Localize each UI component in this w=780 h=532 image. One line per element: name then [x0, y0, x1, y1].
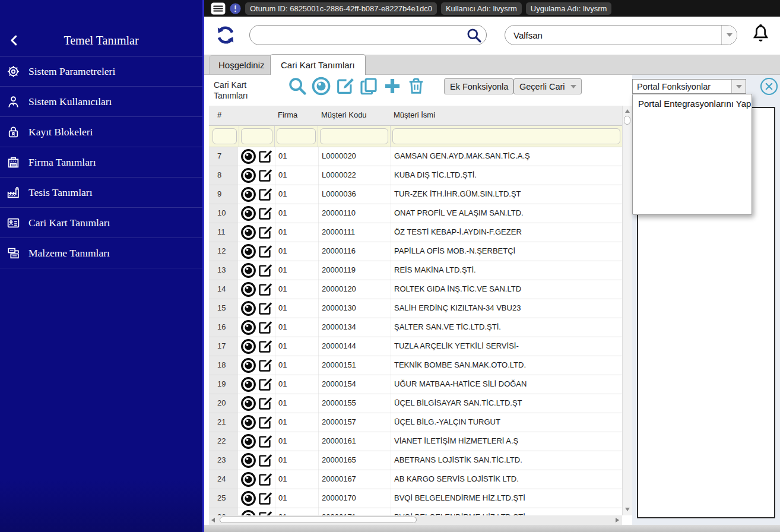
sidebar-item-tesis-tanimlari[interactable]: Tesis Tanımları	[0, 178, 202, 208]
record-icon[interactable]	[240, 300, 256, 316]
close-icon[interactable]	[760, 77, 778, 96]
filter-input-musteri-kodu[interactable]	[320, 128, 388, 144]
record-icon[interactable]	[240, 205, 256, 221]
record-icon[interactable]	[240, 167, 256, 183]
table-row[interactable]: 16 01 20000134 ŞALTER SAN.VE TİC.LTD.ŞTİ…	[209, 318, 622, 337]
edit-icon[interactable]	[257, 338, 273, 354]
record-icon[interactable]	[240, 509, 256, 515]
current-account-dropdown[interactable]: Geçerli Cari	[513, 78, 582, 94]
tab-cari-kart-tanimlari[interactable]: Cari Kart Tanımları	[270, 54, 366, 75]
edit-icon[interactable]	[257, 205, 273, 221]
record-icon[interactable]	[240, 262, 256, 278]
info-icon[interactable]	[230, 3, 241, 14]
scroll-down-icon[interactable]	[625, 508, 630, 511]
filter-input-icons[interactable]	[241, 128, 272, 144]
edit-icon[interactable]	[257, 224, 273, 240]
edit-icon[interactable]	[257, 167, 273, 183]
edit-icon[interactable]	[257, 281, 273, 297]
hamburger-menu-icon[interactable]	[211, 2, 226, 15]
edit-icon[interactable]	[257, 414, 273, 430]
horizontal-scrollbar[interactable]	[209, 515, 622, 525]
filter-input-num[interactable]	[213, 128, 237, 144]
edit-icon[interactable]	[257, 262, 273, 278]
record-icon[interactable]	[240, 186, 256, 202]
table-row[interactable]: 17 01 20000144 TUZLA ARÇELİK YETKİLİ SER…	[209, 337, 622, 356]
bell-icon[interactable]	[751, 22, 771, 45]
vertical-scrollbar[interactable]	[622, 106, 632, 515]
table-row[interactable]: 9 01 L0000036 TUR-ZEK İTH.İHR.GÜM.SIN.LT…	[209, 185, 622, 204]
add-icon[interactable]	[382, 76, 402, 96]
record-icon[interactable]	[240, 433, 256, 449]
edit-icon[interactable]	[257, 395, 273, 411]
record-icon[interactable]	[240, 376, 256, 392]
column-header-icons[interactable]	[239, 106, 275, 125]
column-header-musteri-ismi[interactable]: Müşteri İsmi	[391, 106, 622, 125]
vertical-scrollbar-thumb[interactable]	[624, 116, 630, 125]
table-row[interactable]: 18 01 20000151 TEKNİK BOMBE SAN.MAK.OTO.…	[209, 356, 622, 375]
record-icon[interactable]	[240, 452, 256, 468]
edit-icon[interactable]	[257, 376, 273, 392]
sidebar-item-cari-kart-tanimlari[interactable]: Cari Kart Tanımları	[0, 208, 202, 238]
record-icon[interactable]	[240, 148, 256, 164]
search-icon[interactable]	[287, 76, 307, 96]
record-icon[interactable]	[240, 395, 256, 411]
record-icon[interactable]	[240, 357, 256, 373]
record-icon[interactable]	[240, 338, 256, 354]
extra-functions-dropdown[interactable]: Ek Fonksiyonla	[444, 78, 513, 94]
table-row[interactable]: 13 01 20000119 REİS MAKİNA LTD.ŞTİ.	[209, 261, 622, 280]
search-icon[interactable]	[466, 27, 482, 43]
edit-icon[interactable]	[257, 319, 273, 335]
search-input[interactable]	[250, 30, 466, 40]
filter-input-musteri-ismi[interactable]	[392, 128, 620, 144]
table-row[interactable]: 14 01 20000120 ROLTEK GIDA İNŞ.TİC.VE SA…	[209, 280, 622, 299]
edit-icon[interactable]	[257, 471, 273, 487]
record-icon[interactable]	[240, 414, 256, 430]
scroll-left-icon[interactable]	[211, 518, 215, 522]
portal-functions-dropdown[interactable]: Portal Fonksiyonlar	[632, 79, 746, 94]
sidebar-item-malzeme-tanimlari[interactable]: Malzeme Tanımları	[0, 238, 202, 268]
scroll-up-icon[interactable]	[625, 109, 630, 113]
delete-icon[interactable]	[406, 76, 426, 96]
table-row[interactable]: 19 01 20000154 UĞUR MATBAA-HATİCE SİLİ D…	[209, 375, 622, 394]
edit-icon[interactable]	[257, 148, 273, 164]
record-icon[interactable]	[240, 490, 256, 506]
edit-icon[interactable]	[257, 452, 273, 468]
table-row[interactable]: 8 01 L0000022 KUBA DIŞ TİC.LTD.ŞTİ.	[209, 166, 622, 185]
record-icon[interactable]	[240, 281, 256, 297]
table-row[interactable]: 12 01 20000116 PAPİLLA OFİS MOB.-N.ŞERBE…	[209, 242, 622, 261]
edit-icon[interactable]	[257, 357, 273, 373]
tab-hosgeldiniz[interactable]: Hoşgeldiniz	[209, 55, 274, 74]
table-row[interactable]: 10 01 20000110 ONAT PROFİL VE ALAŞIM SAN…	[209, 204, 622, 223]
menu-item-portal-entegrasyonlarini-yap[interactable]: Portal Entegrasyonlarını Yap	[633, 94, 752, 113]
column-header-num[interactable]: #	[209, 106, 239, 125]
chevron-down-icon[interactable]	[721, 26, 737, 45]
record-icon[interactable]	[240, 471, 256, 487]
record-icon[interactable]	[240, 224, 256, 240]
record-icon[interactable]	[240, 243, 256, 259]
record-icon[interactable]	[311, 76, 331, 96]
table-row[interactable]: 11 01 20000111 ÖZ TESTİ KEBAP-İ.AYDIN-F.…	[209, 223, 622, 242]
edit-icon[interactable]	[257, 433, 273, 449]
table-row[interactable]: 20 01 20000155 ÜÇEL BİLGİSAYAR SAN.TİC.L…	[209, 394, 622, 413]
sidebar-item-sistem-kullanicilari[interactable]: Sistem Kullanıcıları	[0, 87, 202, 117]
table-row[interactable]: 23 01 20000165 ABETRANS LOJİSTİK SAN.TİC…	[209, 451, 622, 470]
table-row[interactable]: 24 01 20000167 AB KARGO SERVİS LOJİSTİK …	[209, 470, 622, 489]
edit-icon[interactable]	[257, 186, 273, 202]
edit-icon[interactable]	[257, 300, 273, 316]
table-row[interactable]: 21 01 20000157 ÜÇEL BİLG.-YALÇIN TURGUT	[209, 413, 622, 432]
scroll-right-icon[interactable]	[616, 518, 619, 522]
column-header-firma[interactable]: Firma	[275, 106, 318, 125]
edit-icon[interactable]	[257, 243, 273, 259]
sidebar-item-firma-tanimlari[interactable]: Firma Tanımları	[0, 147, 202, 178]
horizontal-scrollbar-thumb[interactable]	[220, 517, 417, 523]
sidebar-item-kayit-blokeleri[interactable]: Kayıt Blokeleri	[0, 117, 202, 147]
refresh-icon[interactable]	[215, 24, 236, 46]
table-row[interactable]: 7 01 L0000020 GAMSAN GEN.AYD.MAK.SAN.TİC…	[209, 147, 622, 166]
record-icon[interactable]	[240, 319, 256, 335]
sidebar-item-sistem-parametreleri[interactable]: Sistem Parametreleri	[0, 56, 202, 87]
table-row[interactable]: 15 01 20000130 SALİH ERDİNÇ KIZILTAN-34 …	[209, 299, 622, 318]
company-select[interactable]: Valfsan	[505, 25, 737, 45]
table-row[interactable]: 26 01 20000171 BVQİ BELGELENDİRME HİZ.LT…	[209, 508, 622, 515]
edit-icon[interactable]	[335, 76, 355, 96]
table-row[interactable]: 25 01 20000170 BVQİ BELGELENDİRME HİZ.LT…	[209, 489, 622, 508]
